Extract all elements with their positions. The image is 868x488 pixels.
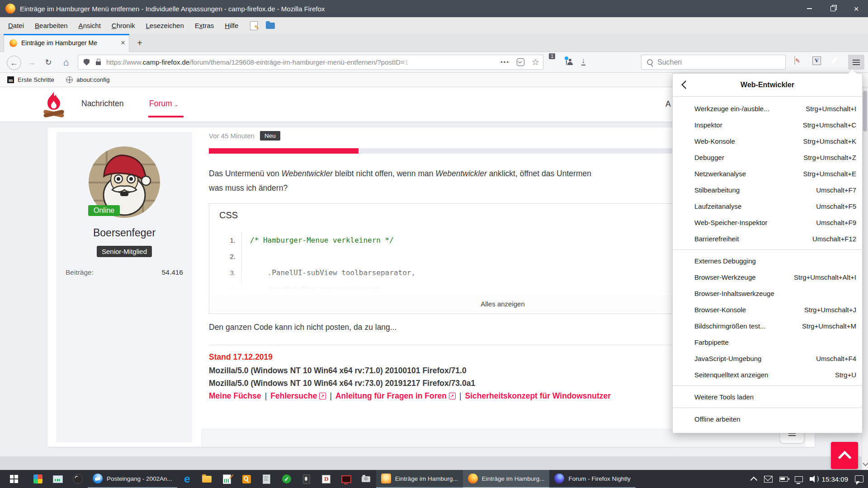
scrollbar-down-arrow-icon[interactable] <box>863 460 868 466</box>
network-icon[interactable] <box>795 476 803 482</box>
search-bar[interactable]: Suchen <box>641 55 786 70</box>
devmenu-item[interactable]: Browser-Inhaltswerkzeuge <box>673 285 862 301</box>
edge-icon: e <box>184 474 190 483</box>
devmenu-item[interactable]: Seitenquelltext anzeigenStrg+U <box>673 366 862 383</box>
devmenu-item[interactable]: Offline arbeiten <box>673 411 862 427</box>
minimize-button[interactable] <box>797 0 821 17</box>
menu-datei[interactable]: Datei <box>3 17 29 34</box>
menu-back-chevron-icon[interactable] <box>681 80 689 89</box>
bookmark-item[interactable]: about:config <box>66 76 110 83</box>
menu-bearbeiten[interactable]: Bearbeiten <box>29 17 73 34</box>
scrollbar-thumb[interactable] <box>863 91 867 131</box>
devmenu-item[interactable]: Web-Speicher-InspektorUmschalt+F9 <box>673 214 862 230</box>
extension-scroll-pencil-icon[interactable] <box>794 56 795 65</box>
mail-tray-icon[interactable] <box>764 476 773 483</box>
taskbar-window-button[interactable]: Einträge im Hamburg... <box>463 470 550 488</box>
quicklaunch-notepad-icon[interactable] <box>257 470 277 488</box>
devmenu-item[interactable]: InspektorStrg+Umschalt+C <box>673 117 862 133</box>
new-tab-button[interactable]: + <box>134 37 146 49</box>
author-name[interactable]: Boersenfeger <box>57 227 192 239</box>
battery-icon[interactable] <box>779 477 788 482</box>
quicklaunch-red-monitor-icon[interactable] <box>336 470 356 488</box>
devmenu-item-shortcut: Strg+Umschalt+I <box>806 105 856 113</box>
quicklaunch-explorer-folder-icon[interactable] <box>197 470 217 488</box>
pocket-icon[interactable] <box>517 58 524 66</box>
forward-button[interactable]: → <box>25 56 38 69</box>
menu-lesezeichen[interactable]: Lesezeichen <box>141 17 189 34</box>
home-button[interactable]: ⌂ <box>59 56 73 69</box>
note-pencil-icon[interactable] <box>250 21 258 30</box>
menu-chronik[interactable]: Chronik <box>106 17 141 34</box>
devmenu-item[interactable]: LaufzeitanalyseUmschalt+F5 <box>673 198 862 214</box>
explorer-folder-icon <box>202 476 212 483</box>
start-button[interactable] <box>0 470 28 488</box>
url-bar[interactable]: https://www.camp-firefox.de/forum/thema/… <box>78 55 543 70</box>
devmenu-item[interactable]: Browser-WerkzeugeStrg+Umschalt+Alt+I <box>673 269 862 285</box>
taskbar-window-thunderbird[interactable]: Posteingang - 2002An... <box>88 470 177 488</box>
extension-v-icon[interactable]: V <box>812 56 821 65</box>
quicklaunch-dark-disc-icon[interactable] <box>68 470 88 488</box>
tab-active[interactable]: Einträge im Hamburger Me × <box>4 34 129 52</box>
quicklaunch-green-check-icon[interactable]: ✓ <box>277 470 297 488</box>
volume-icon[interactable] <box>810 477 812 481</box>
devmenu-item[interactable]: Browser-KonsoleStrg+Umschalt+J <box>673 301 862 318</box>
page-actions-icon[interactable]: ••• <box>500 59 509 66</box>
action-center-icon[interactable] <box>855 475 863 483</box>
devmenu-item[interactable]: JavaScript-UmgebungUmschalt+F4 <box>673 350 862 366</box>
quicklaunch-card-icon[interactable] <box>297 470 316 488</box>
signature-link[interactable]: Meine Füchse <box>209 391 261 401</box>
devmenu-item[interactable]: NetzwerkanalyseStrg+Umschalt+E <box>673 165 862 182</box>
close-button[interactable]: × <box>844 0 868 17</box>
account-icon[interactable] <box>566 57 567 66</box>
tray-expand-chevron-icon[interactable] <box>750 476 757 483</box>
hamburger-menu-button[interactable] <box>848 55 864 70</box>
post-paragraph: Das Untermenü von Webentwickler bleibt n… <box>209 166 591 195</box>
back-button[interactable]: ← <box>7 56 21 70</box>
devmenu-item[interactable]: DebuggerStrg+Umschalt+Z <box>673 149 862 165</box>
devmenu-item[interactable]: Farbpipette <box>673 334 862 350</box>
signature-link[interactable]: Anleitung für Fragen in Foren↗ <box>335 391 456 401</box>
taskbar-window-label: Posteingang - 2002An... <box>107 475 172 482</box>
lock-icon[interactable] <box>96 61 101 65</box>
taskbar-clock[interactable]: 15:34:09 <box>822 475 848 483</box>
url-text[interactable]: https://www.camp-firefox.de/forum/thema/… <box>106 58 408 66</box>
devmenu-item-label: Bildschirmgrößen test... <box>694 322 766 330</box>
devmenu-item[interactable]: Bildschirmgrößen test...Strg+Umschalt+M <box>673 318 862 334</box>
quicklaunch-keepass-key-icon[interactable] <box>237 470 257 488</box>
bookmark-item[interactable]: mErste Schritte <box>7 76 54 83</box>
quicklaunch-camera-icon[interactable] <box>356 470 376 488</box>
blue-folder-icon[interactable] <box>266 23 275 29</box>
taskbar-window-button[interactable]: Forum - Firefox Nightly <box>549 470 635 488</box>
quicklaunch-edge-icon[interactable]: e <box>177 470 197 488</box>
restore-button[interactable] <box>821 0 844 17</box>
site-nav-clipped-item[interactable]: A <box>665 99 671 109</box>
devmenu-item[interactable]: Web-KonsoleStrg+Umschalt+K <box>673 133 862 149</box>
devmenu-item[interactable]: StilbearbeitungUmschalt+F7 <box>673 182 862 198</box>
quicklaunch-notes-chart-icon[interactable] <box>217 470 237 488</box>
quicklaunch-letter-d-icon[interactable]: D <box>316 470 336 488</box>
campfire-logo[interactable] <box>42 91 66 118</box>
devmenu-item-label: Browser-Werkzeuge <box>694 273 756 281</box>
menu-ansicht[interactable]: Ansicht <box>73 17 106 34</box>
tab-close-icon[interactable]: × <box>121 38 125 47</box>
scroll-to-top-button[interactable] <box>831 442 858 469</box>
quicklaunch-colorcube-icon[interactable] <box>28 470 48 488</box>
post-timestamp[interactable]: Vor 45 Minuten <box>209 132 255 140</box>
devmenu-item[interactable]: Externes Debugging <box>673 253 862 269</box>
page-scrollbar[interactable] <box>862 87 868 470</box>
menu-hilfe[interactable]: Hilfe <box>219 17 244 34</box>
devmenu-item[interactable]: BarrierefreiheitUmschalt+F12 <box>673 230 862 247</box>
signature-link[interactable]: Fehlersuche↗ <box>270 391 326 401</box>
tracking-protection-shield-icon[interactable] <box>84 59 90 66</box>
devmenu-item[interactable]: Werkzeuge ein-/ausble...Strg+Umschalt+I <box>673 100 862 117</box>
reload-button[interactable]: ↻ <box>42 56 55 69</box>
devmenu-item[interactable]: Weitere Tools laden <box>673 389 862 405</box>
site-nav-forum[interactable]: Forum⌄ <box>149 99 179 108</box>
menu-extras[interactable]: Extras <box>189 17 220 34</box>
bookmark-star-icon[interactable]: ☆ <box>532 58 539 66</box>
signature-link[interactable]: Sicherheitskonzept für Windowsnutzer <box>465 391 611 401</box>
site-nav-nachrichten[interactable]: Nachrichten <box>81 99 123 108</box>
downloads-icon[interactable]: ↓ <box>581 57 585 66</box>
quicklaunch-presentation-icon[interactable] <box>48 470 68 488</box>
taskbar-window-button[interactable]: Einträge im Hamburg... <box>376 470 463 488</box>
